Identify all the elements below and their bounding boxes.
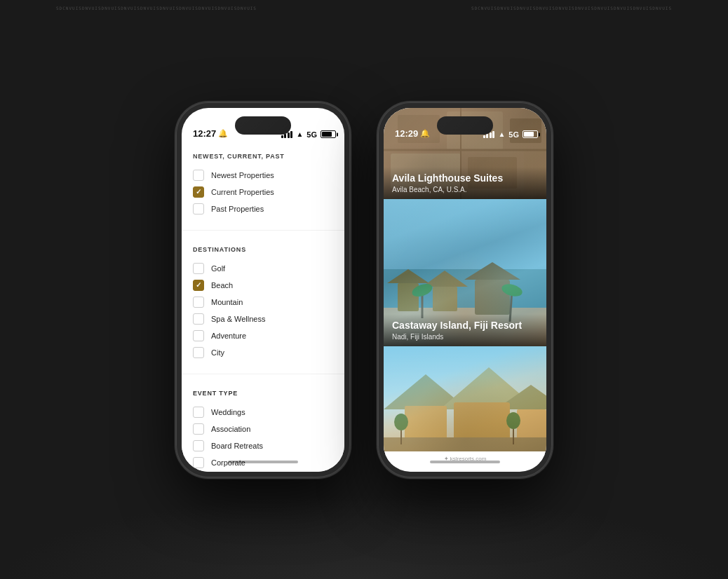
dynamic-island-1 xyxy=(235,116,291,135)
filter-item-beach[interactable]: Beach xyxy=(193,277,333,294)
divider-1 xyxy=(182,230,344,231)
label-current: Current Properties xyxy=(211,188,274,196)
properties-content: 12:29 🔔 ▲ 5G xyxy=(384,108,546,466)
label-mountain: Mountain xyxy=(211,298,243,306)
phones-container: 12:27 🔔 ▲ 5G xyxy=(176,102,552,477)
network-2: 5G xyxy=(508,130,519,139)
checkbox-beach[interactable] xyxy=(193,280,204,291)
label-city: City xyxy=(211,348,224,357)
section-title-1: NEWEST, CURRENT, PAST xyxy=(193,153,333,160)
label-association: Association xyxy=(211,425,250,433)
section-destinations: DESTINATIONS Golf Beach Mountain xyxy=(182,238,344,367)
section-newest-current-past: NEWEST, CURRENT, PAST Newest Properties … xyxy=(182,144,344,223)
filter-item-board[interactable]: Board Retreats xyxy=(193,437,333,454)
phone-2-screen: 12:29 🔔 ▲ 5G xyxy=(384,108,546,472)
property-location-castaway: Nadi, Fiji Islands xyxy=(392,333,538,341)
filter-item-association[interactable]: Association xyxy=(193,421,333,437)
filter-item-newest[interactable]: Newest Properties xyxy=(193,167,333,184)
filter-content: NEWEST, CURRENT, PAST Newest Properties … xyxy=(182,144,344,472)
filter-item-mountain[interactable]: Mountain xyxy=(193,294,333,311)
barcode-left: SDCNVUISDNVUISDNVUISDNVUISDNVUISDNVUISDN… xyxy=(56,6,257,11)
time-1: 12:27 🔔 xyxy=(193,128,228,139)
property-overlay-avila: Avila Lighthouse Suites Avila Beach, CA,… xyxy=(384,167,546,199)
property-location-avila: Avila Beach, CA, U.S.A. xyxy=(392,186,538,193)
checkbox-weddings[interactable] xyxy=(193,407,204,418)
label-weddings: Weddings xyxy=(211,408,245,416)
status-right-2: ▲ 5G xyxy=(483,130,538,139)
network-1: 5G xyxy=(306,130,317,139)
checkbox-mountain[interactable] xyxy=(193,297,204,308)
checkbox-association[interactable] xyxy=(193,423,204,435)
phone-1: 12:27 🔔 ▲ 5G xyxy=(176,102,350,477)
svg-point-33 xyxy=(506,412,520,429)
dynamic-island-2 xyxy=(437,116,493,135)
footer-2: ✦ kslresorts.com xyxy=(384,451,546,466)
signal-bar-3 xyxy=(288,132,290,138)
checkbox-spa[interactable] xyxy=(193,313,204,325)
wifi-icon-2: ▲ xyxy=(498,130,505,138)
checkbox-adventure[interactable] xyxy=(193,330,204,341)
property-image-third xyxy=(384,346,546,451)
bell-icon-1: 🔔 xyxy=(218,129,228,138)
label-spa: Spa & Wellness xyxy=(211,315,265,323)
phone-2: 12:29 🔔 ▲ 5G xyxy=(378,102,552,477)
signal-bar-1 xyxy=(281,135,283,138)
filter-item-weddings[interactable]: Weddings xyxy=(193,404,333,421)
home-indicator-1 xyxy=(228,461,298,463)
battery-1 xyxy=(321,130,336,138)
filter-item-city[interactable]: City xyxy=(193,344,333,361)
svg-rect-29 xyxy=(384,437,546,451)
property-name-castaway: Castaway Island, Fiji Resort xyxy=(392,320,538,332)
checkbox-corporate[interactable] xyxy=(193,457,204,468)
signal-bar-7 xyxy=(490,132,492,138)
filter-item-current[interactable]: Current Properties xyxy=(193,184,333,200)
svg-rect-12 xyxy=(398,283,419,311)
filter-item-past[interactable]: Past Properties xyxy=(193,200,333,217)
battery-fill-2 xyxy=(524,132,534,137)
label-beach: Beach xyxy=(211,281,233,290)
home-indicator-2 xyxy=(430,461,500,463)
time-2: 12:29 🔔 xyxy=(395,128,430,139)
label-past: Past Properties xyxy=(211,205,264,213)
reflection xyxy=(0,495,728,579)
filter-item-golf[interactable]: Golf xyxy=(193,260,333,277)
battery-2 xyxy=(523,130,538,138)
status-right-1: ▲ 5G xyxy=(281,130,336,139)
property-name-avila: Avila Lighthouse Suites xyxy=(392,172,538,184)
phone-1-screen: 12:27 🔔 ▲ 5G xyxy=(182,108,344,472)
svg-point-31 xyxy=(394,414,408,430)
divider-2 xyxy=(182,374,344,374)
bell-icon-2: 🔔 xyxy=(420,129,430,138)
property-card-castaway[interactable]: Castaway Island, Fiji Resort Nadi, Fiji … xyxy=(384,199,546,346)
signal-bar-5 xyxy=(483,135,485,138)
label-newest: Newest Properties xyxy=(211,171,274,179)
filter-item-spa[interactable]: Spa & Wellness xyxy=(193,311,333,327)
svg-rect-14 xyxy=(433,287,457,311)
checkbox-past[interactable] xyxy=(193,203,204,214)
property-card-third[interactable] xyxy=(384,346,546,451)
signal-bar-4 xyxy=(290,131,292,138)
top-bar: SDCNVUISDNVUISDNVUISDNVUISDNVUISDNVUISDN… xyxy=(0,6,728,11)
property-image-pattern-3 xyxy=(384,346,546,451)
wifi-icon-1: ▲ xyxy=(296,130,303,138)
battery-fill-1 xyxy=(322,132,332,137)
checkbox-current[interactable] xyxy=(193,186,204,198)
checkbox-board[interactable] xyxy=(193,440,204,451)
label-adventure: Adventure xyxy=(211,332,246,340)
filter-item-day-adventures[interactable]: Day Adventures xyxy=(193,471,333,472)
signal-bar-8 xyxy=(492,131,494,138)
signal-bar-6 xyxy=(486,134,488,138)
barcode-right: SDCNVUISDNVUISDNVUISDNVUISDNVUISDNVUISDN… xyxy=(471,6,672,11)
section-event-type: EVENT TYPE Weddings Association Board Re… xyxy=(182,381,344,472)
signal-bar-2 xyxy=(284,134,286,138)
checkbox-city[interactable] xyxy=(193,347,204,358)
label-board: Board Retreats xyxy=(211,442,263,450)
label-golf: Golf xyxy=(211,264,225,273)
checkbox-newest[interactable] xyxy=(193,170,204,181)
section-title-2: DESTINATIONS xyxy=(193,246,333,253)
section-title-3: EVENT TYPE xyxy=(193,390,333,397)
filter-item-adventure[interactable]: Adventure xyxy=(193,327,333,344)
property-overlay-castaway: Castaway Island, Fiji Resort Nadi, Fiji … xyxy=(384,314,546,346)
checkbox-golf[interactable] xyxy=(193,263,204,274)
